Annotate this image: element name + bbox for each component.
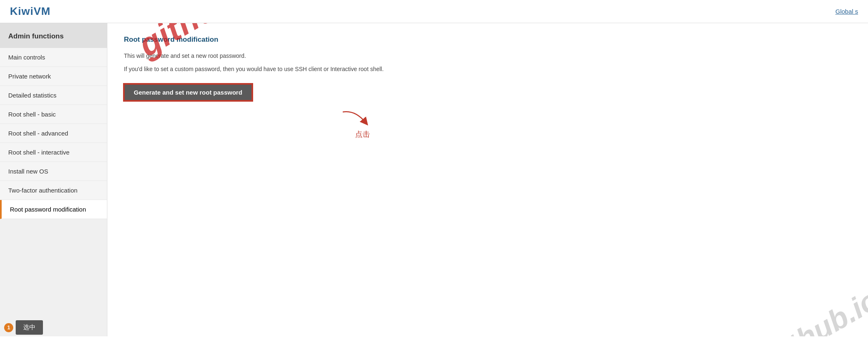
sidebar-item-private-network[interactable]: Private network [0, 67, 107, 86]
sidebar-item-root-shell-basic[interactable]: Root shell - basic [0, 105, 107, 124]
global-link[interactable]: Global s [835, 8, 858, 15]
sidebar-item-install-new-os[interactable]: Install new OS [0, 162, 107, 181]
sidebar-item-detailed-statistics[interactable]: Detailed statistics [0, 86, 107, 105]
sidebar-item-root-shell-advanced[interactable]: Root shell - advanced [0, 124, 107, 143]
page-title: Root password modification [124, 36, 851, 44]
generate-password-button[interactable]: Generate and set new root password [124, 84, 252, 101]
arrow-label: 点击 [355, 129, 370, 139]
logo: KiwiVM [10, 5, 50, 18]
layout: Admin functions Main controls Private ne… [0, 23, 868, 336]
select-button[interactable]: 选中 [16, 320, 43, 335]
main-content: github.com/bwgvps bwgvps.github.io Root … [107, 23, 868, 336]
bottom-bar: 1 选中 [0, 317, 868, 336]
description-2: If you'd like to set a custom password, … [124, 64, 851, 74]
sidebar-item-root-password[interactable]: Root password modification [0, 200, 107, 219]
description-1: This will generate and set a new root pa… [124, 51, 851, 60]
sidebar-item-main-controls[interactable]: Main controls [0, 48, 107, 67]
arrow-annotation: 点击 [339, 108, 372, 139]
arrow-icon [339, 108, 372, 129]
sidebar: Admin functions Main controls Private ne… [0, 23, 107, 336]
sidebar-heading: Admin functions [0, 23, 107, 48]
header: KiwiVM Global s [0, 0, 868, 23]
sidebar-item-two-factor[interactable]: Two-factor authentication [0, 181, 107, 200]
sidebar-item-root-shell-interactive[interactable]: Root shell - interactive [0, 143, 107, 162]
badge-number: 1 [4, 323, 13, 332]
